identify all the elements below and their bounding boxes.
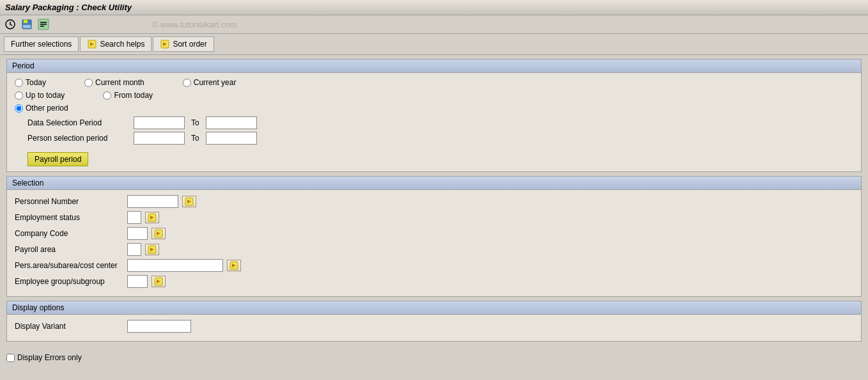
further-selections-button[interactable]: Further selections — [4, 36, 79, 52]
payroll-period-button[interactable]: Payroll period — [27, 152, 88, 166]
radio-current-year[interactable]: Current year — [183, 78, 236, 87]
payroll-period-area: Payroll period — [27, 148, 853, 166]
company-code-row: Company Code — [15, 227, 853, 240]
toolbar: © www.tutorialkart.com — [0, 15, 868, 34]
payroll-area-arrow-btn[interactable] — [145, 244, 159, 255]
employment-status-input[interactable] — [127, 211, 141, 224]
data-selection-period-row: Data Selection Period To — [27, 116, 853, 129]
personnel-number-arrow-btn[interactable] — [182, 196, 196, 207]
display-options-body: Display Variant — [7, 315, 861, 341]
main-content: Period Today Current month Current year — [0, 55, 868, 349]
company-code-input[interactable] — [127, 227, 148, 240]
page-title: Salary Packaging : Check Utility — [5, 3, 132, 12]
search-helps-button[interactable]: Search helps — [80, 36, 151, 52]
radio-up-to-today[interactable]: Up to today — [15, 91, 65, 100]
display-options-section: Display options Display Variant — [6, 301, 862, 342]
radio-from-today[interactable]: From today — [103, 91, 153, 100]
payroll-area-row: Payroll area — [15, 243, 853, 256]
person-selection-to-input[interactable] — [206, 132, 257, 145]
personnel-number-row: Personnel Number — [15, 195, 853, 208]
employee-group-row: Employee group/subgroup — [15, 275, 853, 288]
period-radio-row2: Up to today From today — [15, 91, 853, 100]
find-icon[interactable] — [37, 18, 50, 31]
save-icon[interactable] — [20, 18, 33, 31]
company-code-arrow-btn[interactable] — [151, 228, 166, 239]
selection-section: Selection Personnel Number Employment st… — [6, 176, 862, 297]
period-section-body: Today Current month Current year Up to t… — [7, 73, 861, 171]
period-section: Period Today Current month Current year — [6, 59, 862, 172]
pers-area-row: Pers.area/subarea/cost center — [15, 259, 853, 272]
employee-group-label: Employee group/subgroup — [15, 277, 123, 286]
employment-status-row: Employment status — [15, 211, 853, 224]
pers-area-label: Pers.area/subarea/cost center — [15, 261, 123, 270]
data-selection-from-input[interactable] — [134, 116, 185, 129]
radio-current-month[interactable]: Current month — [84, 78, 144, 87]
display-variant-input[interactable] — [127, 320, 191, 333]
pers-area-arrow-btn[interactable] — [227, 260, 241, 271]
personnel-number-label: Personnel Number — [15, 197, 123, 206]
employee-group-input[interactable] — [127, 275, 148, 288]
person-selection-period-label: Person selection period — [27, 134, 130, 143]
person-selection-from-input[interactable] — [134, 132, 185, 145]
radio-today[interactable]: Today — [15, 78, 46, 87]
payroll-area-input[interactable] — [127, 243, 141, 256]
sort-arrow-icon — [160, 39, 170, 49]
data-selection-to-label: To — [191, 118, 199, 127]
sort-order-button[interactable]: Sort order — [153, 36, 213, 52]
selection-section-body: Personnel Number Employment status Compa… — [7, 190, 861, 296]
period-fields: Data Selection Period To Person selectio… — [27, 116, 853, 145]
company-code-label: Company Code — [15, 229, 123, 238]
employee-group-arrow-btn[interactable] — [151, 276, 166, 287]
person-selection-period-row: Person selection period To — [27, 132, 853, 145]
watermark: © www.tutorialkart.com — [151, 20, 236, 29]
svg-rect-3 — [23, 25, 31, 28]
data-selection-to-input[interactable] — [206, 116, 257, 129]
display-options-header: Display options — [7, 301, 861, 315]
arrow-icon — [87, 39, 97, 49]
display-errors-only-checkbox[interactable]: Display Errors only — [6, 353, 82, 362]
employment-status-label: Employment status — [15, 213, 123, 222]
display-variant-label: Display Variant — [15, 322, 123, 331]
button-group: Further selections Search helps Sort ord… — [0, 34, 868, 55]
display-variant-row: Display Variant — [15, 320, 853, 333]
period-radio-row3: Other period — [15, 104, 853, 113]
payroll-area-label: Payroll area — [15, 245, 123, 254]
selection-section-header: Selection — [7, 177, 861, 190]
radio-other-period[interactable]: Other period — [15, 104, 68, 113]
pers-area-input[interactable] — [127, 259, 223, 272]
clock-icon[interactable] — [4, 18, 17, 31]
employment-status-arrow-btn[interactable] — [145, 212, 159, 223]
bottom-area: Display Errors only — [0, 349, 868, 366]
person-selection-to-label: To — [191, 134, 199, 143]
period-radio-row1: Today Current month Current year — [15, 78, 853, 87]
period-section-header: Period — [7, 59, 861, 73]
data-selection-period-label: Data Selection Period — [27, 118, 130, 127]
svg-rect-2 — [24, 20, 27, 23]
title-bar: Salary Packaging : Check Utility — [0, 0, 868, 15]
personnel-number-input[interactable] — [127, 195, 178, 208]
